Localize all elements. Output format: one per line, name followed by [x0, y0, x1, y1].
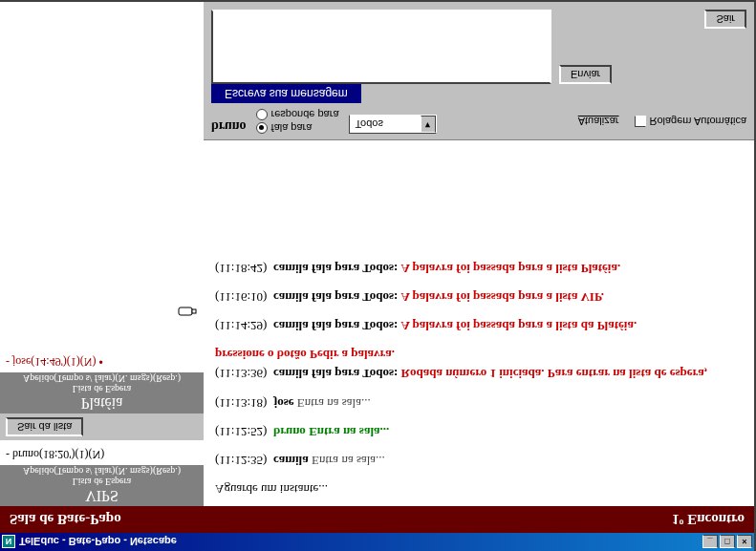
refresh-link[interactable]: Atualizar [578, 116, 619, 127]
chat-line: (11:14:29) camila fala para Todos: A pal… [215, 316, 743, 335]
vips-title: VIPS [0, 487, 204, 504]
minimize-button[interactable]: _ [702, 536, 718, 549]
room-header: Sala de Bate-Papo 1º Encontro [0, 506, 754, 533]
chat-line: (11:16:10) camila fala para Todos: A pal… [215, 287, 743, 307]
sidebar: VIPS Lista de Espera Apelido(Tempo s/ fa… [0, 0, 204, 506]
list-item[interactable]: - bruno(18:20')(1)(N) [6, 447, 198, 461]
radio-fala-para[interactable]: fala para [256, 122, 339, 134]
compose-label: Escreva sua mensagem [211, 84, 361, 103]
chat-line: (11:13:36) camila fala para Todos: Rodad… [215, 345, 743, 383]
message-input[interactable] [211, 10, 551, 84]
plateia-list: - jose(14:49')(1)(N) • [0, 0, 204, 372]
chat-line: (11:12:35) camila Entra na sala... [215, 451, 743, 470]
target-select-value: Todos [350, 118, 421, 130]
content-area: Aguarde um instante... (11:12:35) camila… [204, 0, 754, 506]
plateia-sub1: Lista de Espera [0, 384, 204, 394]
maximize-button[interactable]: □ [720, 536, 735, 549]
vips-sub1: Lista de Espera [0, 477, 204, 487]
vips-actions: Sair da lista [0, 413, 204, 440]
compose-panel: bruno fala para responde para Todos [204, 0, 754, 140]
send-button[interactable]: Enviar [559, 65, 612, 84]
vips-header: VIPS Lista de Espera Apelido(Tempo s/ fa… [0, 465, 204, 506]
window-titlebar: N TelEduc - Bate-Papo - Netscape _ □ × [0, 533, 754, 551]
chevron-down-icon: ▼ [421, 116, 436, 133]
room-subtitle: 1º Encontro [672, 512, 745, 528]
plateia-sub2: Apelido(Tempo s/ falar)(N. msgs)(Resp.) [0, 373, 204, 384]
target-select[interactable]: Todos ▼ [349, 115, 437, 134]
radio-icon [256, 122, 268, 134]
room-title: Sala de Bate-Papo [10, 512, 121, 528]
vips-sub2: Apelido(Tempo s/ falar)(N. msgs)(Resp.) [0, 466, 204, 477]
app-icon: N [2, 536, 15, 549]
compose-user: bruno [211, 118, 247, 134]
mode-radio-group: fala para responde para [256, 109, 339, 134]
chat-log: Aguarde um instante... (11:12:35) camila… [204, 140, 754, 506]
checkbox-icon [635, 116, 646, 127]
chat-line: (11:12:52) bruno Entra na sala... [215, 422, 743, 441]
chat-wait: Aguarde um instante... [215, 479, 743, 498]
leave-list-button[interactable]: Sair da lista [6, 417, 83, 436]
plateia-title: Platéia [0, 394, 204, 412]
close-button[interactable]: × [737, 536, 752, 549]
vips-list: - bruno(18:20')(1)(N) [0, 440, 204, 465]
radio-responde-para[interactable]: responde para [256, 109, 339, 120]
plateia-header: Platéia Lista de Espera Apelido(Tempo s/… [0, 372, 204, 413]
radio-icon [256, 109, 268, 120]
exit-button[interactable]: Sair [704, 10, 746, 29]
chat-line: (11:18:42) camila fala para Todos: A pal… [215, 259, 743, 278]
window-title: TelEduc - Bate-Papo - Netscape [19, 537, 177, 548]
compose-controls: bruno fala para responde para Todos [211, 109, 746, 134]
autoscroll-checkbox[interactable]: Rolagem Automática [635, 116, 747, 127]
list-item[interactable]: - jose(14:49')(1)(N) • [6, 354, 198, 369]
chat-line: (11:13:18) jose Entra na sala... [215, 392, 743, 412]
main-area: VIPS Lista de Espera Apelido(Tempo s/ fa… [0, 0, 754, 506]
